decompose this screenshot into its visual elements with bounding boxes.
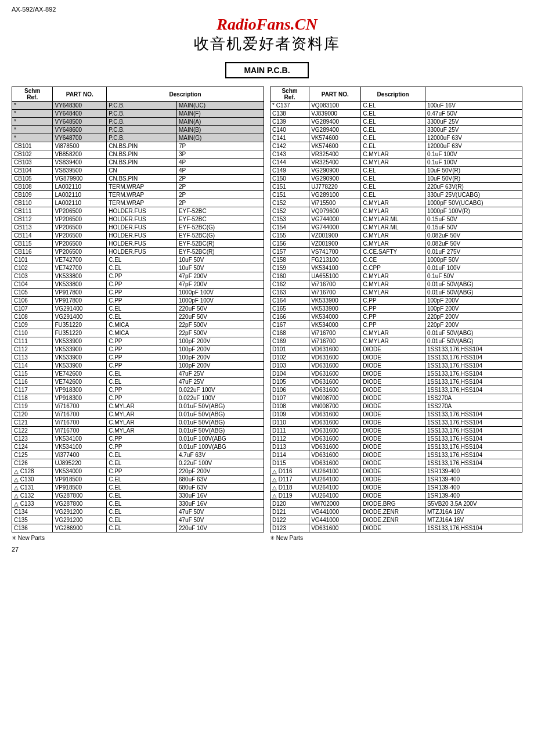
- table-row: C152 VQ079600 C.MYLAR 1000pF 100V(R): [270, 207, 522, 215]
- cell-part: VG744000: [309, 224, 361, 232]
- cell-part: VS839500: [53, 167, 107, 175]
- cell-part: VE742600: [53, 378, 107, 386]
- table-row: D107 VN008700 DIODE 1SS270A: [270, 394, 522, 402]
- cell-desc: 220pF 200V: [176, 467, 264, 476]
- cell-type: C.EL: [107, 264, 177, 272]
- table-row: C151 VG289100 C.EL 330uF 25V(UCABG): [270, 191, 522, 199]
- cell-ref: D123: [270, 524, 309, 532]
- cell-ref: △ D119: [270, 492, 309, 500]
- cell-ref: D109: [270, 411, 309, 419]
- cell-ref: C169: [270, 337, 309, 345]
- cell-ref: D110: [270, 419, 309, 427]
- cell-type: DIODE: [361, 459, 425, 467]
- cell-part: VD631600: [309, 378, 361, 386]
- table-row: D114 VD631600 DIODE 1SS133,176,HSS104: [270, 451, 522, 459]
- cell-part: UJ895220: [53, 459, 107, 467]
- cell-desc: 4.7uF 63V: [176, 451, 264, 459]
- cell-ref: C142: [270, 142, 309, 150]
- cell-type: DIODE: [361, 467, 425, 476]
- cell-type: C.EL: [107, 451, 177, 459]
- cell-ref: C168: [270, 329, 309, 337]
- right-col-ref: SchmRef.: [270, 87, 309, 102]
- left-parts-table: SchmRef. PART NO. Description * VY648300…: [12, 87, 264, 532]
- cell-part: VY648600: [53, 126, 107, 134]
- cell-part: UJ778220: [309, 183, 361, 191]
- cell-ref: *: [12, 102, 53, 110]
- table-row: C104 VK533800 C.PP 47pF 200V: [12, 280, 264, 289]
- cell-desc: 1SS133,176,HSS104: [425, 354, 522, 362]
- table-row: D102 VD631600 DIODE 1SS133,176,HSS104: [270, 354, 522, 362]
- cell-desc: 0.22uF 100V: [176, 459, 264, 467]
- cell-desc: 680uF 63V: [176, 476, 264, 484]
- cell-ref: C156: [270, 240, 309, 248]
- cell-type: C.PP: [107, 362, 177, 370]
- table-row: CB112 VP206500 HOLDER.FUS EYF-52BC: [12, 215, 264, 224]
- header: RadioFans.CN 收音机爱好者资料库: [12, 15, 522, 54]
- right-table: SchmRef. PART NO. Description * C137 VQ0…: [270, 87, 522, 541]
- cell-desc: 3P: [176, 150, 264, 159]
- cell-part: UA655100: [309, 272, 361, 280]
- cell-part: VP206500: [53, 248, 107, 256]
- cell-part: VK533900: [309, 297, 361, 305]
- cell-ref: C104: [12, 280, 53, 289]
- cell-part: Vi715500: [309, 199, 361, 207]
- cell-part: VD631600: [309, 354, 361, 362]
- cell-desc: 0.01uF 50V(ABG): [176, 411, 264, 419]
- table-row: CB116 VP206500 HOLDER.FUS EYF-52BC(R): [12, 248, 264, 256]
- cell-type: C.MYLAR: [107, 427, 177, 435]
- cell-part: VG289400: [309, 118, 361, 126]
- cell-desc: 47pF 200V: [176, 272, 264, 280]
- cell-desc: 1SR139-400: [425, 492, 522, 500]
- cell-part: VP917800: [53, 289, 107, 297]
- cell-type: C.PP: [107, 386, 177, 394]
- right-col-type: Description: [361, 87, 425, 102]
- cell-desc: 10uF 50V(R): [425, 167, 522, 175]
- cell-ref: C135: [12, 516, 53, 524]
- cell-desc: 3300uF 25V: [425, 118, 522, 126]
- cell-type: DIODE: [361, 345, 425, 354]
- cell-desc: 0.082uF 50V: [425, 240, 522, 248]
- cell-ref: CB116: [12, 248, 53, 256]
- table-row: C126 UJ895220 C.EL 0.22uF 100V: [12, 459, 264, 467]
- cell-desc: 100uF 16V: [425, 102, 522, 110]
- cell-type: C.MYLAR.ML: [361, 215, 425, 224]
- page-title-container: MAIN P.C.B.: [12, 59, 522, 82]
- left-table: SchmRef. PART NO. Description * VY648300…: [12, 87, 264, 541]
- cell-type: P.C.B.: [107, 126, 177, 134]
- table-row: D112 VD631600 DIODE 1SS133,176,HSS104: [270, 435, 522, 443]
- cell-part: LA002110: [53, 199, 107, 207]
- cell-type: P.C.B.: [107, 118, 177, 126]
- cell-ref: C141: [270, 134, 309, 142]
- cell-type: C.CE: [361, 256, 425, 264]
- cell-desc: 220pF 200V: [425, 321, 522, 329]
- cell-desc: EYF-52BC(R): [176, 248, 264, 256]
- table-row: * VY648600 P.C.B. MAIN(B): [12, 126, 264, 134]
- cell-ref: C108: [12, 313, 53, 321]
- cell-part: VG287800: [53, 492, 107, 500]
- cell-part: VK533900: [53, 345, 107, 354]
- cell-type: C.MYLAR: [107, 411, 177, 419]
- cell-type: C.EL: [107, 459, 177, 467]
- table-row: D123 VD631600 DIODE 1SS133,176,HSS104: [270, 524, 522, 532]
- cell-type: CN: [107, 167, 177, 175]
- cell-ref: △ C130: [12, 476, 53, 484]
- cell-ref: C101: [12, 256, 53, 264]
- cell-part: Vi716700: [309, 289, 361, 297]
- cell-type: C.EL: [107, 370, 177, 378]
- cell-desc: 1SS133,176,HSS104: [425, 345, 522, 354]
- table-row: C122 Vi716700 C.MYLAR 0.01uF 50V(ABG): [12, 427, 264, 435]
- cell-ref: D112: [270, 435, 309, 443]
- table-row: C111 VK533900 C.PP 100pF 200V: [12, 337, 264, 345]
- cell-type: C.EL: [107, 524, 177, 532]
- cell-part: VY648300: [53, 102, 107, 110]
- cell-ref: CB101: [12, 142, 53, 150]
- table-row: C142 VK574600 C.EL 12000uF 63V: [270, 142, 522, 150]
- cell-part: FU351220: [53, 321, 107, 329]
- table-row: C101 VE742700 C.EL 10uF 50V: [12, 256, 264, 264]
- cell-type: C.MICA: [107, 321, 177, 329]
- cell-ref: C120: [12, 411, 53, 419]
- cell-part: Vi716700: [53, 419, 107, 427]
- cell-type: TERM.WRAP: [107, 191, 177, 199]
- cell-part: VM702000: [309, 500, 361, 508]
- cell-ref: C153: [270, 215, 309, 224]
